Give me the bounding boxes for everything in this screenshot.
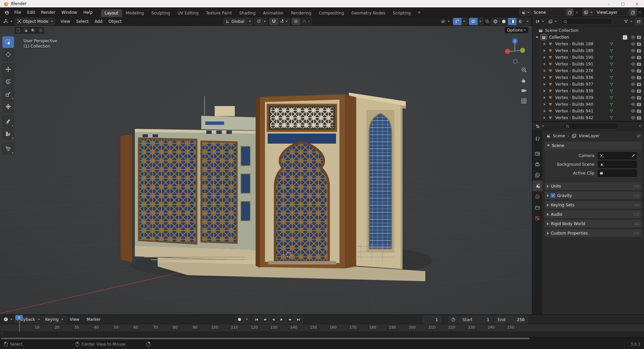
panel-grip-handle[interactable] <box>634 194 639 197</box>
object-expand-icon[interactable] <box>544 63 545 65</box>
panel-grip-handle[interactable] <box>634 232 639 235</box>
menu-item[interactable]: Edit <box>24 9 38 15</box>
background-scene-field[interactable] <box>598 161 637 168</box>
property-panel-header[interactable]: Rigid Body World <box>545 220 642 228</box>
timeline-track[interactable] <box>0 331 644 337</box>
options-dropdown[interactable]: Options <box>505 27 528 33</box>
object-render-camera-icon[interactable] <box>636 76 642 80</box>
object-hide-eye-icon[interactable] <box>630 69 636 73</box>
tool-transform[interactable] <box>2 101 14 112</box>
object-render-camera-icon[interactable] <box>636 96 642 100</box>
panel-grip-handle[interactable] <box>634 185 639 188</box>
property-panel-header[interactable]: Keying Sets <box>545 201 642 209</box>
auto-keying-toggle[interactable] <box>235 316 244 323</box>
overlays-dropdown[interactable] <box>478 18 483 25</box>
keying-dropdown[interactable]: Keying <box>43 316 65 323</box>
object-hide-eye-icon[interactable] <box>630 55 636 59</box>
tool-measure[interactable] <box>2 128 14 140</box>
outliner-row-scene-collection[interactable]: Scene Collection <box>532 27 644 34</box>
outliner-object-row[interactable]: Vertex - Builds 189 <box>532 47 644 54</box>
viewport-menu-item[interactable]: Select <box>73 18 92 24</box>
tool-rotate[interactable] <box>2 76 14 88</box>
scene-browse-button[interactable] <box>519 8 531 16</box>
visibility-dropdown[interactable] <box>439 18 451 25</box>
outliner-object-row[interactable]: Vertex - Builds 940 <box>532 101 644 108</box>
select-mode-subtract[interactable] <box>30 27 37 34</box>
timeline-editor-type-button[interactable] <box>2 316 14 323</box>
object-expand-icon[interactable] <box>544 76 545 79</box>
collection-render-camera-icon[interactable] <box>636 35 642 39</box>
overlays-toggle[interactable] <box>469 18 478 25</box>
outliner-filter-button[interactable] <box>623 18 634 24</box>
shading-rendered-button[interactable] <box>517 18 525 25</box>
properties-options-dropdown[interactable] <box>636 123 642 129</box>
object-render-camera-icon[interactable] <box>636 102 642 106</box>
playhead[interactable] <box>19 321 20 332</box>
zoom-icon[interactable] <box>520 66 528 73</box>
maximize-button[interactable]: □ <box>616 0 630 7</box>
panel-grip-handle[interactable] <box>634 204 639 206</box>
tab-view-layer[interactable] <box>532 170 542 181</box>
workspace-tab[interactable]: Geometry Nodes <box>348 9 389 17</box>
previous-keyframe-button[interactable] <box>261 316 269 323</box>
add-workspace-button[interactable]: + <box>414 10 424 15</box>
select-mode-extend[interactable] <box>22 27 29 34</box>
property-panel-header[interactable]: Audio <box>545 210 642 218</box>
current-frame-indicator[interactable]: 1 <box>15 315 23 320</box>
object-hide-eye-icon[interactable] <box>630 42 636 46</box>
breadcrumb-scene[interactable]: Scene <box>553 134 565 138</box>
frame-start-field[interactable]: Start1 <box>459 316 493 323</box>
object-render-camera-icon[interactable] <box>636 42 642 46</box>
timeline-view-menu[interactable]: View <box>67 316 82 322</box>
outliner-object-row[interactable]: Vertex - Builds 937 <box>532 81 644 88</box>
editor-type-button[interactable] <box>2 18 14 25</box>
workspace-tab[interactable]: Rendering <box>287 9 315 17</box>
object-expand-icon[interactable] <box>544 49 545 52</box>
orthographic-toggle-icon[interactable] <box>520 97 528 105</box>
object-render-camera-icon[interactable] <box>636 62 642 66</box>
property-panel-header[interactable]: Units <box>545 182 642 190</box>
object-expand-icon[interactable] <box>544 116 545 119</box>
new-collection-button[interactable] <box>635 18 642 26</box>
outliner-object-row[interactable]: Vertex - Builds 936 <box>532 74 644 81</box>
collection-checkbox[interactable]: ✓ <box>623 35 627 40</box>
tool-scale[interactable] <box>2 88 14 100</box>
object-hide-eye-icon[interactable] <box>630 76 636 80</box>
outliner-display-mode-button[interactable] <box>547 18 558 24</box>
mode-dropdown[interactable]: Object Mode <box>15 18 55 25</box>
menu-item[interactable]: File <box>11 9 24 15</box>
object-hide-eye-icon[interactable] <box>630 96 636 100</box>
tab-tool[interactable] <box>532 134 542 144</box>
object-expand-icon[interactable] <box>544 43 545 45</box>
object-expand-icon[interactable] <box>544 90 545 92</box>
breadcrumb-view-layer[interactable]: ViewLayer <box>579 134 600 138</box>
new-view-layer-button[interactable] <box>629 8 637 16</box>
proportional-editing-toggle[interactable] <box>291 18 300 25</box>
unlink-scene-button[interactable]: × <box>574 9 580 16</box>
object-hide-eye-icon[interactable] <box>630 116 636 120</box>
xray-toggle[interactable] <box>485 19 489 23</box>
object-render-camera-icon[interactable] <box>636 69 642 73</box>
menu-item[interactable]: Help <box>80 9 95 15</box>
pin-icon[interactable] <box>637 134 641 138</box>
view-layer-name-field[interactable]: ViewLayer <box>594 8 629 16</box>
tool-move[interactable] <box>2 63 14 75</box>
object-expand-icon[interactable] <box>544 103 545 106</box>
shading-wireframe-button[interactable] <box>491 18 500 25</box>
object-render-camera-icon[interactable] <box>636 49 642 53</box>
workspace-tab[interactable]: Scripting <box>389 9 414 17</box>
outliner-object-row[interactable]: Vertex - Builds 188 <box>532 41 644 47</box>
outliner-object-row[interactable]: Vertex - Builds 276 <box>532 67 644 74</box>
viewport-menu-item[interactable]: Add <box>92 18 105 24</box>
menu-item[interactable]: Window <box>58 9 80 15</box>
current-frame-field[interactable]: 1 <box>423 316 441 323</box>
panel-grip-handle[interactable] <box>634 222 639 225</box>
object-hide-eye-icon[interactable] <box>630 82 636 86</box>
auto-keying-dropdown[interactable] <box>244 316 250 323</box>
workspace-tab[interactable]: Animation <box>259 9 287 17</box>
object-render-camera-icon[interactable] <box>636 109 642 113</box>
pivot-point-dropdown[interactable] <box>255 18 268 25</box>
object-expand-icon[interactable] <box>544 69 545 72</box>
next-keyframe-button[interactable] <box>286 316 294 323</box>
viewport-menu-item[interactable]: Object <box>105 18 124 24</box>
